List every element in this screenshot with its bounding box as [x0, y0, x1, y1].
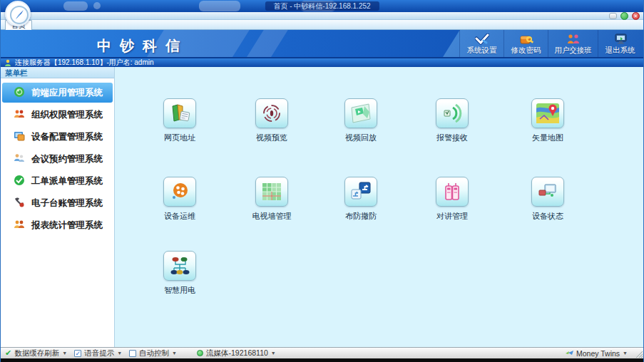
sidebar-item-label: 设备配置管理系统 [31, 131, 103, 143]
status-bar: ✔ 数据缓存刷新 ▼ ✓ 语音提示 ▼ 自动控制 ▼ 流媒体-192168110… [1, 347, 643, 358]
dropdown-arrow-icon[interactable]: ▼ [62, 351, 67, 356]
app-label: 对讲管理 [420, 211, 484, 222]
sidebar-item-label: 工单派单管理系统 [31, 175, 103, 187]
dropdown-arrow-icon[interactable]: ▼ [623, 351, 628, 356]
tab-bar: 首页 [1, 20, 643, 30]
body: 菜单栏 前端应用管理系统 [1, 67, 643, 347]
alarm-receive-icon [436, 98, 469, 128]
smart-power-icon [163, 251, 196, 281]
sidebar-menu: 前端应用管理系统 组织权限管理系统 [1, 78, 114, 235]
intercom-icon [436, 177, 469, 207]
app-grid: 网页地址 视频预览 [115, 67, 643, 347]
browser-logo-icon[interactable] [5, 1, 31, 26]
system-settings-label: 系统设置 [467, 46, 497, 56]
dropdown-arrow-icon[interactable]: ▼ [117, 351, 122, 356]
voice-prompt-checkbox[interactable]: ✓ [74, 350, 81, 357]
e-ledger-icon [14, 197, 25, 210]
sidebar-item-report-stats[interactable]: 报表统计管理系统 [2, 215, 113, 235]
system-settings-button[interactable]: 系统设置 [459, 30, 504, 58]
sidebar-item-label: 前端应用管理系统 [31, 87, 103, 99]
cache-refresh-label: 数据缓存刷新 [14, 348, 59, 358]
app-arm-disarm[interactable]: 布防撤防 [329, 177, 393, 222]
header-decor-stripe [240, 30, 291, 58]
work-order-icon [14, 175, 25, 188]
report-stats-icon [14, 219, 25, 232]
meeting-booking-icon [14, 152, 25, 166]
taskbar-strip [1, 358, 643, 362]
sidebar-item-label: 组织权限管理系统 [31, 109, 103, 121]
auto-control-label: 自动控制 [139, 348, 169, 358]
sidebar-item-org-permission[interactable]: 组织权限管理系统 [2, 105, 113, 125]
browser-titlebar: 首页 - 中钞科信-192.168.1.252 [1, 0, 643, 12]
org-permission-icon [14, 108, 25, 122]
sidebar-item-meeting-booking[interactable]: 会议预约管理系统 [2, 149, 113, 169]
video-preview-icon [255, 98, 288, 128]
app-header: 中钞科信 系统设置 [1, 30, 643, 58]
app-video-playback[interactable]: 视频回放 [329, 98, 393, 143]
connection-bar: 连接服务器【192.168.1.10】-用户名: admin [1, 58, 643, 67]
app-label: 智慧用电 [148, 285, 212, 296]
app-label: 电视墙管理 [240, 211, 304, 222]
app-intercom[interactable]: 对讲管理 [420, 177, 484, 222]
app-tv-wall[interactable]: 电视墙管理 [240, 177, 304, 222]
app-vector-map[interactable]: 矢量地图 [516, 98, 580, 143]
cache-refresh-control[interactable]: ✔ 数据缓存刷新 ▼ [5, 348, 67, 358]
app-label: 设备运维 [148, 211, 212, 222]
app-label: 视频预览 [240, 133, 304, 143]
sidebar-item-work-order[interactable]: 工单派单管理系统 [2, 171, 113, 191]
toolbar-ghost-icon [199, 1, 240, 11]
online-status-icon [197, 350, 203, 356]
app-web-address[interactable]: 网页地址 [148, 98, 212, 143]
sidebar-item-e-ledger[interactable]: 电子台账管理系统 [2, 193, 113, 213]
change-password-button[interactable]: 修改密码 [504, 30, 548, 58]
vector-map-icon [531, 98, 564, 128]
tv-wall-icon [255, 177, 288, 207]
stream-media-control[interactable]: 流媒体-192168110 ▼ [197, 348, 276, 358]
shift-change-label: 用户交接班 [554, 46, 592, 56]
exit-system-label: 退出系统 [605, 46, 635, 56]
app-label: 视频回放 [329, 133, 393, 143]
sidebar: 菜单栏 前端应用管理系统 [1, 67, 115, 347]
app-device-ops[interactable]: 设备运维 [148, 177, 212, 222]
system-settings-icon [475, 33, 489, 45]
voice-prompt-label: 语音提示 [84, 348, 114, 358]
window-controls: ✕ [609, 12, 640, 20]
dropdown-arrow-icon[interactable]: ▼ [271, 351, 276, 356]
app-alarm-receive[interactable]: 报警接收 [420, 98, 484, 143]
dropdown-arrow-icon[interactable]: ▼ [172, 351, 177, 356]
change-password-icon [519, 33, 533, 45]
app-smart-power[interactable]: 智慧用电 [148, 251, 212, 296]
auto-control-control[interactable]: 自动控制 ▼ [129, 348, 177, 358]
resize-grip[interactable] [635, 351, 643, 358]
change-password-label: 修改密码 [511, 46, 541, 56]
window-title: 首页 - 中钞科信-192.168.1.252 [265, 1, 379, 11]
brand-title: 中钞科信 [97, 36, 188, 56]
maximize-button[interactable] [620, 12, 628, 20]
app-device-status[interactable]: 设备状态 [516, 177, 580, 222]
app-label: 网页地址 [148, 133, 212, 143]
arm-disarm-icon [344, 177, 377, 207]
auto-control-checkbox[interactable] [129, 350, 136, 357]
connection-status-text: 连接服务器【192.168.1.10】-用户名: admin [15, 58, 154, 67]
vendor-control[interactable]: Money Twins ▼ [566, 349, 628, 358]
exit-system-button[interactable]: 退出系统 [598, 30, 642, 58]
sidebar-item-label: 会议预约管理系统 [31, 153, 103, 165]
sidebar-title: 菜单栏 [1, 67, 114, 78]
vendor-logo-icon [566, 349, 573, 358]
voice-prompt-control[interactable]: ✓ 语音提示 ▼ [74, 348, 122, 358]
close-button[interactable]: ✕ [632, 12, 640, 20]
device-status-icon [531, 177, 564, 207]
snapshot-button[interactable] [609, 13, 617, 19]
video-playback-icon [344, 98, 377, 128]
app-video-preview[interactable]: 视频预览 [240, 98, 304, 143]
green-check-icon: ✔ [5, 348, 11, 358]
sidebar-item-frontend-app[interactable]: 前端应用管理系统 [2, 83, 113, 103]
device-config-icon [14, 130, 25, 144]
header-buttons: 系统设置 修改密码 [459, 30, 642, 58]
sidebar-item-label: 电子台账管理系统 [31, 197, 103, 210]
sidebar-item-device-config[interactable]: 设备配置管理系统 [2, 127, 113, 147]
app-label: 矢量地图 [516, 133, 580, 143]
app-label: 布防撤防 [329, 211, 393, 222]
sidebar-item-label: 报表统计管理系统 [31, 219, 103, 232]
shift-change-button[interactable]: 用户交接班 [548, 30, 598, 58]
